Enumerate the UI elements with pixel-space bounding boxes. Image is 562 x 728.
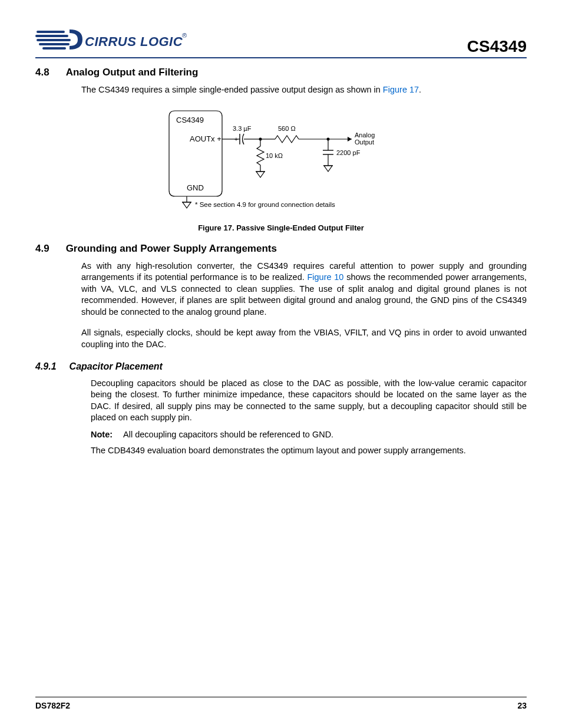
section-4-9-1-paragraph-1: Decoupling capacitors should be placed a… xyxy=(91,378,527,424)
figure-10-link[interactable]: Figure 10 xyxy=(307,272,343,282)
page-number: 23 xyxy=(517,701,527,710)
section-4-9-1-paragraph-2: The CDB4349 evaluation board demonstrate… xyxy=(91,445,527,457)
section-title: Analog Output and Filtering xyxy=(66,67,199,78)
section-number: 4.9 xyxy=(35,243,49,255)
figure-17: CS4349 AOUTx + GND + 3.3 µF 560 Ω xyxy=(157,108,405,232)
figure-footnote: * See section 4.9 for ground connection … xyxy=(195,201,335,208)
text: . xyxy=(419,85,421,94)
svg-rect-0 xyxy=(37,31,65,33)
chip-label: CS4349 xyxy=(176,116,204,124)
page-footer: DS782F2 23 xyxy=(35,697,527,710)
circuit-diagram: CS4349 AOUTx + GND + 3.3 µF 560 Ω xyxy=(157,108,405,214)
page-header: CIRRUS LOGIC ® CS4349 xyxy=(35,24,527,58)
svg-rect-1 xyxy=(35,35,68,37)
section-4-9-paragraph-1: As with any high-resolution converter, t… xyxy=(81,261,527,318)
section-4-9-paragraph-2: All signals, especially clocks, should b… xyxy=(81,327,527,350)
cap1-label: 3.3 µF xyxy=(233,125,252,132)
res2-label: 10 kΩ xyxy=(266,152,283,159)
product-id: CS4349 xyxy=(467,37,527,56)
note-text: All decoupling capacitors should be refe… xyxy=(123,430,333,439)
logo-icon: CIRRUS LOGIC ® xyxy=(35,24,189,56)
svg-marker-19 xyxy=(256,172,265,177)
subsection-number: 4.9.1 xyxy=(35,361,57,372)
svg-rect-3 xyxy=(39,43,70,45)
svg-marker-28 xyxy=(183,202,191,208)
output-label1: Analog xyxy=(355,131,375,139)
figure-17-link[interactable]: Figure 17 xyxy=(383,85,419,94)
section-number: 4.8 xyxy=(35,67,49,78)
svg-rect-4 xyxy=(42,47,66,50)
svg-marker-25 xyxy=(324,166,332,172)
svg-text:®: ® xyxy=(182,32,187,39)
svg-text:CIRRUS LOGIC: CIRRUS LOGIC xyxy=(85,34,183,49)
section-4-8-heading: 4.8 Analog Output and Filtering xyxy=(35,67,527,78)
note-label: Note: xyxy=(91,430,113,439)
figure-17-caption: Figure 17. Passive Single-Ended Output F… xyxy=(157,223,405,232)
section-4-8-paragraph: The CS4349 requires a simple single-ende… xyxy=(81,84,527,96)
doc-number: DS782F2 xyxy=(35,701,70,710)
note: Note: All decoupling capacitors should b… xyxy=(91,430,527,439)
cap2-label: 2200 pF xyxy=(336,149,361,156)
text: The CS4349 requires a simple single-ende… xyxy=(81,85,383,94)
svg-marker-15 xyxy=(348,137,352,141)
pin-gnd: GND xyxy=(187,183,204,192)
section-4-9-heading: 4.9 Grounding and Power Supply Arrangeme… xyxy=(35,243,527,255)
res1-label: 560 Ω xyxy=(278,125,296,132)
section-title: Grounding and Power Supply Arrangements xyxy=(66,243,277,255)
svg-rect-2 xyxy=(37,39,71,41)
cap-polarity: + xyxy=(234,136,238,143)
subsection-title: Capacitor Placement xyxy=(70,361,163,372)
output-label2: Output xyxy=(355,139,374,146)
cirrus-logic-logo: CIRRUS LOGIC ® xyxy=(35,24,189,56)
section-4-9-1-heading: 4.9.1 Capacitor Placement xyxy=(35,361,527,372)
pin-aout: AOUTx + xyxy=(190,134,222,143)
